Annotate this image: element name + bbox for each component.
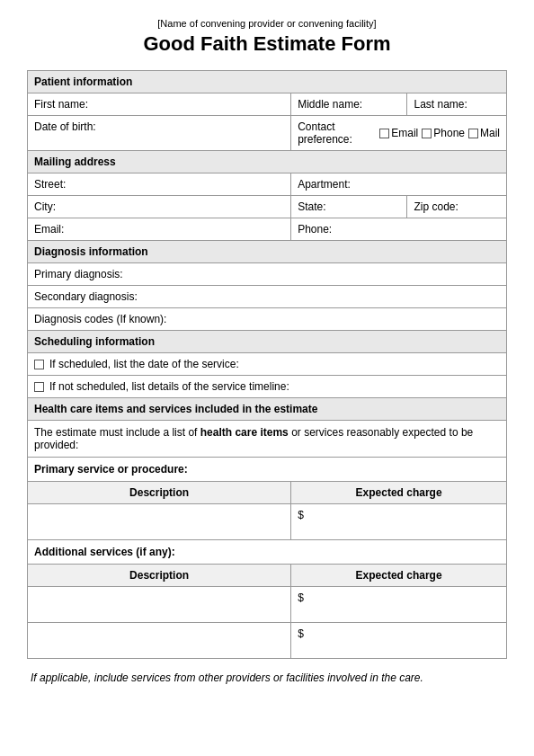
- dob-cell: Date of birth:: [28, 116, 291, 151]
- state-label: State:: [298, 200, 325, 213]
- additional-services-label-cell: Additional services (if any):: [28, 540, 507, 565]
- not-scheduled-label: If not scheduled, list details of the se…: [49, 380, 289, 393]
- additional-description-header: Description: [28, 565, 291, 587]
- email-cell: Email:: [28, 218, 291, 241]
- street-cell: Street:: [28, 173, 291, 196]
- middle-name-label: Middle name:: [298, 98, 362, 111]
- email-checkbox-label[interactable]: Email: [379, 127, 418, 139]
- additional-dollar-sign-2: $: [298, 627, 304, 640]
- additional-charge-row-1: $: [291, 587, 507, 623]
- mail-checkbox-label[interactable]: Mail: [468, 127, 500, 139]
- mail-option-label: Mail: [480, 127, 500, 139]
- primary-diagnosis-label: Primary diagnosis:: [34, 268, 123, 280]
- primary-service-label: Primary service or procedure:: [34, 463, 188, 476]
- contact-pref-label: Contact preference:: [298, 120, 376, 146]
- primary-description-row: [28, 504, 291, 540]
- zip-cell: Zip code:: [407, 196, 507, 218]
- email-option-label: Email: [391, 127, 418, 139]
- additional-dollar-sign-1: $: [298, 591, 304, 604]
- phone-checkbox[interactable]: [422, 129, 432, 138]
- primary-charge-header: Expected charge: [291, 482, 507, 504]
- phone-label: Phone:: [298, 223, 332, 236]
- scheduled-checkbox[interactable]: [34, 360, 44, 369]
- mail-checkbox[interactable]: [468, 129, 478, 138]
- health-care-text-pre: The estimate must include a list of: [34, 426, 200, 439]
- phone-cell: Phone:: [291, 218, 507, 241]
- dob-label: Date of birth:: [34, 120, 96, 133]
- provider-name: [Name of convening provider or convening…: [27, 18, 507, 29]
- contact-pref-cell: Contact preference: Email Phone Mail: [291, 116, 507, 151]
- city-label: City:: [34, 200, 56, 213]
- first-name-label: First name:: [34, 98, 88, 111]
- health-care-description-cell: The estimate must include a list of heal…: [28, 421, 507, 458]
- scheduled-cell: If scheduled, list the date of the servi…: [28, 353, 507, 376]
- state-cell: State:: [291, 196, 407, 218]
- additional-description-row-1: [28, 587, 291, 623]
- phone-checkbox-label[interactable]: Phone: [422, 127, 465, 139]
- form-table: Patient information First name: Middle n…: [27, 70, 507, 659]
- footer-text-container: If applicable, include services from oth…: [27, 672, 507, 684]
- email-label: Email:: [34, 223, 64, 236]
- not-scheduled-checkbox[interactable]: [34, 382, 44, 392]
- primary-charge-row: $: [291, 504, 507, 540]
- city-cell: City:: [28, 196, 291, 218]
- first-name-cell: First name:: [28, 93, 291, 116]
- additional-charge-header: Expected charge: [291, 565, 507, 587]
- primary-service-label-cell: Primary service or procedure:: [28, 458, 507, 482]
- diagnosis-codes-cell: Diagnosis codes (If known):: [28, 308, 507, 331]
- additional-services-label: Additional services (if any):: [34, 546, 175, 558]
- mailing-address-header: Mailing address: [28, 151, 507, 173]
- diagnosis-codes-label: Diagnosis codes (If known):: [34, 313, 166, 325]
- diagnosis-header: Diagnosis information: [28, 241, 507, 263]
- apartment-label: Apartment:: [298, 178, 351, 191]
- secondary-diagnosis-cell: Secondary diagnosis:: [28, 286, 507, 308]
- primary-diagnosis-cell: Primary diagnosis:: [28, 263, 507, 286]
- health-care-header: Health care items and services included …: [28, 398, 507, 421]
- scheduling-header: Scheduling information: [28, 331, 507, 353]
- email-checkbox[interactable]: [379, 129, 389, 138]
- form-title: Good Faith Estimate Form: [27, 32, 507, 56]
- last-name-label: Last name:: [414, 98, 467, 111]
- street-label: Street:: [34, 178, 66, 191]
- phone-option-label: Phone: [433, 127, 465, 139]
- secondary-diagnosis-label: Secondary diagnosis:: [34, 290, 138, 303]
- last-name-cell: Last name:: [407, 93, 507, 116]
- scheduled-label: If scheduled, list the date of the servi…: [49, 358, 239, 370]
- apartment-cell: Apartment:: [291, 173, 507, 196]
- footer-text: If applicable, include services from oth…: [31, 672, 423, 684]
- health-care-bold: health care items: [200, 426, 289, 439]
- zip-label: Zip code:: [414, 200, 458, 213]
- additional-charge-row-2: $: [291, 623, 507, 659]
- additional-description-row-2: [28, 623, 291, 659]
- primary-description-header: Description: [28, 482, 291, 504]
- not-scheduled-cell: If not scheduled, list details of the se…: [28, 376, 507, 398]
- patient-info-header: Patient information: [28, 71, 507, 93]
- primary-dollar-sign: $: [298, 509, 304, 521]
- middle-name-cell: Middle name:: [291, 93, 407, 116]
